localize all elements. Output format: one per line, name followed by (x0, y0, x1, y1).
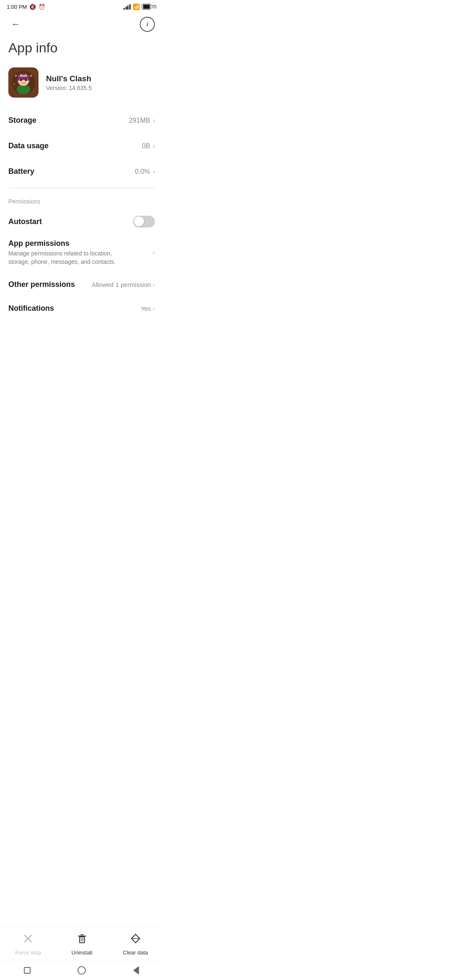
autostart-row[interactable]: Autostart (8, 210, 155, 233)
svg-rect-5 (18, 77, 19, 81)
battery-row[interactable]: Battery 0.0% › (8, 159, 155, 184)
permissions-section: Permissions Autostart App permissions Ma… (0, 191, 163, 320)
alarm-icon: ⏰ (39, 4, 45, 10)
app-icon (8, 67, 39, 98)
notifications-value-text: Yes (141, 305, 151, 312)
notifications-label: Notifications (8, 304, 54, 313)
app-permissions-title: App permissions (8, 239, 130, 248)
other-permissions-value-text: Allowed 1 permission (92, 281, 151, 288)
svg-point-11 (15, 75, 17, 77)
status-bar: 1:00 PM 🔇 ⏰ 📶 70 (0, 0, 163, 12)
app-permissions-subtitle: Manage permissions related to location, … (8, 250, 130, 266)
data-usage-chevron-icon: › (153, 142, 155, 150)
status-right: 📶 70 (123, 3, 157, 10)
time-label: 1:00 PM (7, 4, 27, 10)
storage-value-text: 291MB (129, 117, 150, 124)
other-permissions-value: Allowed 1 permission › (92, 281, 155, 289)
svg-point-10 (25, 79, 27, 81)
notifications-value: Yes › (141, 305, 155, 312)
other-permissions-chevron-icon: › (153, 281, 155, 289)
autostart-toggle[interactable] (133, 216, 155, 227)
app-icon-svg (8, 67, 39, 98)
storage-value: 291MB › (129, 117, 155, 124)
app-permissions-row[interactable]: App permissions Manage permissions relat… (8, 233, 155, 272)
divider-1 (8, 188, 155, 188)
data-usage-label: Data usage (8, 142, 49, 150)
notifications-row[interactable]: Notifications Yes › (8, 297, 155, 320)
storage-chevron-icon: › (153, 117, 155, 124)
storage-row[interactable]: Storage 291MB › (8, 108, 155, 133)
battery-value-text: 0.0% (135, 168, 150, 175)
info-icon: i (146, 21, 148, 28)
page-title: App info (0, 35, 163, 64)
other-permissions-row[interactable]: Other permissions Allowed 1 permission › (8, 272, 155, 297)
status-left: 1:00 PM 🔇 ⏰ (7, 4, 45, 10)
svg-point-8 (23, 75, 24, 77)
back-button[interactable]: ← (8, 17, 23, 32)
storage-label: Storage (8, 116, 36, 125)
battery-indicator: 70 (142, 4, 157, 10)
info-button[interactable]: i (140, 17, 155, 32)
svg-point-9 (20, 79, 22, 81)
other-permissions-label: Other permissions (8, 280, 75, 289)
autostart-label: Autostart (8, 217, 42, 226)
app-info-row: Null's Clash Version: 14.635.5 (0, 64, 163, 108)
data-usage-value: 0B › (142, 142, 155, 150)
settings-section: Storage 291MB › Data usage 0B › Battery … (0, 108, 163, 184)
wifi-icon: 📶 (133, 3, 140, 10)
toggle-knob (134, 217, 144, 227)
data-usage-value-text: 0B (142, 142, 150, 150)
battery-label-text: Battery (8, 167, 34, 176)
back-arrow-icon: ← (11, 19, 21, 30)
permissions-section-label: Permissions (8, 198, 155, 205)
data-usage-row[interactable]: Data usage 0B › (8, 133, 155, 159)
app-permissions-text: App permissions Manage permissions relat… (8, 239, 130, 266)
app-name-label: Null's Clash (46, 74, 92, 83)
app-permissions-chevron-icon: › (153, 249, 155, 256)
battery-chevron-icon: › (153, 168, 155, 175)
battery-label: 70 (152, 4, 157, 9)
app-details: Null's Clash Version: 14.635.5 (46, 74, 92, 91)
mute-icon: 🔇 (29, 4, 36, 10)
svg-rect-6 (28, 77, 29, 81)
svg-point-13 (14, 84, 15, 85)
signal-bars-icon (123, 4, 131, 10)
top-nav: ← i (0, 12, 163, 35)
notifications-chevron-icon: › (153, 305, 155, 312)
app-version-label: Version: 14.635.5 (46, 85, 92, 91)
svg-point-12 (30, 75, 32, 77)
battery-value: 0.0% › (135, 168, 155, 175)
